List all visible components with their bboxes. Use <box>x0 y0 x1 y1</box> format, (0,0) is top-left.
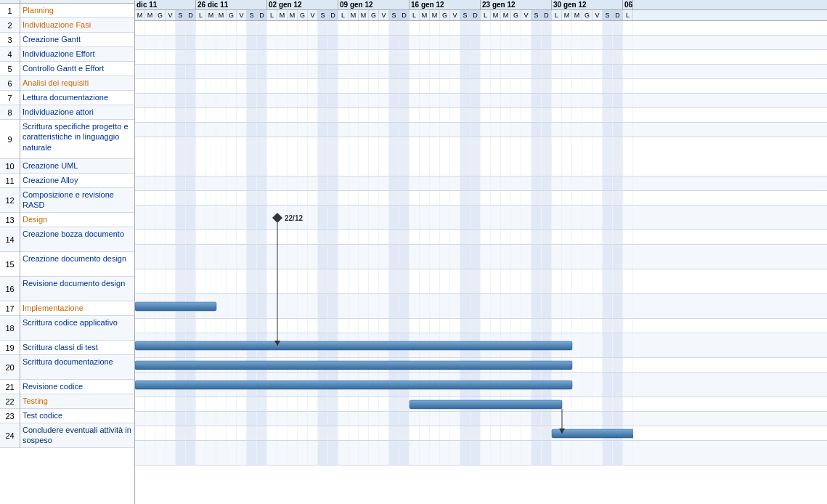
day-label-0-4: S <box>176 10 186 20</box>
gantt-cell-3-9 <box>227 65 237 78</box>
gantt-cell-12-35 <box>491 230 501 244</box>
gantt-cell-13-7 <box>206 245 216 269</box>
gantt-cell-10-28 <box>420 191 430 205</box>
gantt-cell-10-40 <box>542 191 552 205</box>
gantt-cell-22-40 <box>542 426 552 440</box>
gantt-cell-2-0 <box>135 50 145 64</box>
gantt-cell-1-27 <box>410 36 420 49</box>
gantt-cell-10-32 <box>460 191 470 205</box>
gantt-cell-7-5 <box>186 123 196 137</box>
gantt-cell-11-22 <box>359 206 369 229</box>
gantt-cell-8-47 <box>613 137 623 176</box>
gantt-cell-15-25 <box>389 294 399 318</box>
gantt-cell-12-8 <box>216 230 227 244</box>
gantt-cell-15-0 <box>135 294 145 318</box>
gantt-cell-23-21 <box>349 441 359 465</box>
gantt-cell-4-15 <box>288 79 298 93</box>
gantt-cell-1-13 <box>267 36 277 49</box>
gantt-cell-8-14 <box>277 137 288 176</box>
gantt-cell-18-1 <box>145 358 155 372</box>
gantt-cell-9-20 <box>338 176 349 190</box>
gantt-cell-17-14 <box>277 333 288 357</box>
gantt-cell-23-47 <box>613 441 623 465</box>
gantt-cell-1-37 <box>511 36 521 49</box>
gantt-cell-23-43 <box>572 441 582 465</box>
gantt-cell-1-47 <box>613 36 623 49</box>
task-id-14: 14 <box>0 227 20 252</box>
gantt-cell-5-11 <box>247 94 257 107</box>
gantt-cell-2-19 <box>328 50 338 64</box>
gantt-cell-10-11 <box>247 191 257 205</box>
gantt-cell-1-9 <box>227 36 237 49</box>
gantt-cell-0-2 <box>155 21 166 35</box>
task-id-3: 3 <box>0 33 20 47</box>
task-name-17: Implementazione <box>20 301 134 314</box>
gantt-cell-19-37 <box>511 373 521 397</box>
gantt-cell-2-16 <box>298 50 308 64</box>
gantt-cell-23-5 <box>186 441 196 465</box>
gantt-cell-19-8 <box>216 373 227 397</box>
gantt-cell-23-17 <box>308 441 318 465</box>
gantt-cell-3-41 <box>552 65 562 78</box>
gantt-cell-12-32 <box>460 230 470 244</box>
gantt-cell-22-41 <box>552 426 562 440</box>
gantt-cell-18-4 <box>176 358 186 372</box>
day-label-3-2: M <box>359 10 369 20</box>
gantt-cell-12-46 <box>603 230 613 244</box>
gantt-cell-23-36 <box>501 441 511 465</box>
gantt-cell-16-46 <box>603 319 613 333</box>
gantt-cell-11-20 <box>338 206 349 229</box>
gantt-cell-2-3 <box>166 50 176 64</box>
gantt-cell-4-38 <box>521 79 531 93</box>
gantt-cell-8-36 <box>501 137 511 176</box>
gantt-cell-5-33 <box>470 94 481 107</box>
gantt-cell-15-42 <box>562 294 572 318</box>
gantt-cell-6-5 <box>186 108 196 122</box>
gantt-cell-3-31 <box>450 65 460 78</box>
gantt-cell-9-11 <box>247 176 257 190</box>
gantt-cell-21-43 <box>572 412 582 426</box>
gantt-cell-11-17 <box>308 206 318 229</box>
gantt-cell-0-36 <box>501 21 511 35</box>
gantt-cell-20-6 <box>196 397 206 411</box>
gantt-cell-7-30 <box>440 123 450 137</box>
gantt-cell-20-30 <box>440 397 450 411</box>
gantt-cell-2-32 <box>460 50 470 64</box>
gantt-cell-7-40 <box>542 123 552 137</box>
gantt-cell-6-21 <box>349 108 359 122</box>
gantt-cell-6-39 <box>531 108 542 122</box>
gantt-cell-17-32 <box>460 333 470 357</box>
gantt-cell-5-6 <box>196 94 206 107</box>
gantt-cell-5-22 <box>359 94 369 107</box>
gantt-cell-21-15 <box>288 412 298 426</box>
gantt-cell-12-42 <box>562 230 572 244</box>
gantt-cell-23-29 <box>430 441 440 465</box>
gantt-cell-21-29 <box>430 412 440 426</box>
gantt-cell-17-30 <box>440 333 450 357</box>
gantt-cell-9-39 <box>531 176 542 190</box>
gantt-cell-17-22 <box>359 333 369 357</box>
gantt-cell-22-3 <box>166 426 176 440</box>
gantt-cell-5-40 <box>542 94 552 107</box>
gantt-cell-1-10 <box>237 36 247 49</box>
gantt-cell-0-43 <box>572 21 582 35</box>
task-name-15: Creazione documento design <box>20 252 134 265</box>
gantt-cell-0-15 <box>288 21 298 35</box>
gantt-cell-16-11 <box>247 319 257 333</box>
gantt-cell-23-8 <box>216 441 227 465</box>
gantt-cell-8-44 <box>582 137 592 176</box>
gantt-cell-9-4 <box>176 176 186 190</box>
gantt-cell-0-28 <box>420 21 430 35</box>
task-id-13: 13 <box>0 213 20 227</box>
gantt-cell-15-48 <box>623 294 633 318</box>
task-row-9: 9Scrittura specifiche progetto e caratte… <box>0 120 134 159</box>
gantt-cell-2-4 <box>176 50 186 64</box>
gantt-cell-9-13 <box>267 176 277 190</box>
gantt-cell-3-16 <box>298 65 308 78</box>
gantt-cell-5-31 <box>450 94 460 107</box>
gantt-cell-18-19 <box>328 358 338 372</box>
gantt-cell-7-2 <box>155 123 166 137</box>
gantt-cell-21-3 <box>166 412 176 426</box>
gantt-cell-1-17 <box>308 36 318 49</box>
gantt-cell-13-10 <box>237 245 247 269</box>
